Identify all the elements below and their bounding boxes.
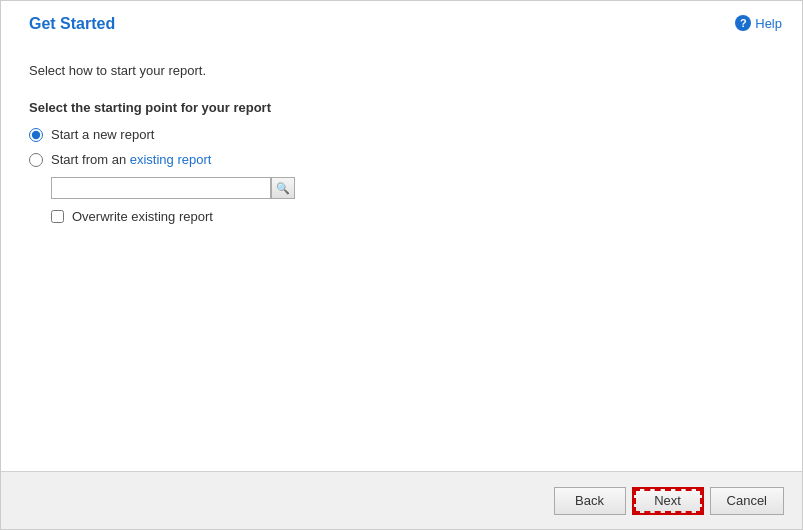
- browse-icon: 🔍: [276, 182, 290, 195]
- existing-prefix: Start from an: [51, 152, 130, 167]
- window: Get Started ? Help Select how to start y…: [0, 0, 803, 530]
- file-path-input[interactable]: [51, 177, 271, 199]
- page-title: Get Started: [29, 15, 115, 33]
- checkbox-row: Overwrite existing report: [51, 209, 774, 224]
- file-input-row: 🔍: [51, 177, 774, 199]
- overwrite-label: Overwrite existing report: [72, 209, 213, 224]
- next-button[interactable]: Next: [632, 487, 704, 515]
- radio-existing-report-label: Start from an existing report: [51, 152, 211, 167]
- help-label: Help: [755, 16, 782, 31]
- header: Get Started ? Help: [1, 1, 802, 45]
- radio-group: Start a new report Start from an existin…: [29, 127, 774, 167]
- overwrite-checkbox[interactable]: [51, 210, 64, 223]
- radio-existing-report-input[interactable]: [29, 153, 43, 167]
- radio-new-report-input[interactable]: [29, 128, 43, 142]
- help-icon: ?: [735, 15, 751, 31]
- section-label: Select the starting point for your repor…: [29, 100, 774, 115]
- subtitle: Select how to start your report.: [29, 63, 774, 78]
- radio-existing-report[interactable]: Start from an existing report: [29, 152, 774, 167]
- radio-new-report-label: Start a new report: [51, 127, 154, 142]
- footer: Back Next Cancel: [1, 471, 802, 529]
- browse-button[interactable]: 🔍: [271, 177, 295, 199]
- back-button[interactable]: Back: [554, 487, 626, 515]
- cancel-button[interactable]: Cancel: [710, 487, 784, 515]
- content-area: Select how to start your report. Select …: [1, 45, 802, 471]
- help-link[interactable]: ? Help: [735, 15, 782, 31]
- existing-report-link[interactable]: existing report: [130, 152, 212, 167]
- radio-new-report[interactable]: Start a new report: [29, 127, 774, 142]
